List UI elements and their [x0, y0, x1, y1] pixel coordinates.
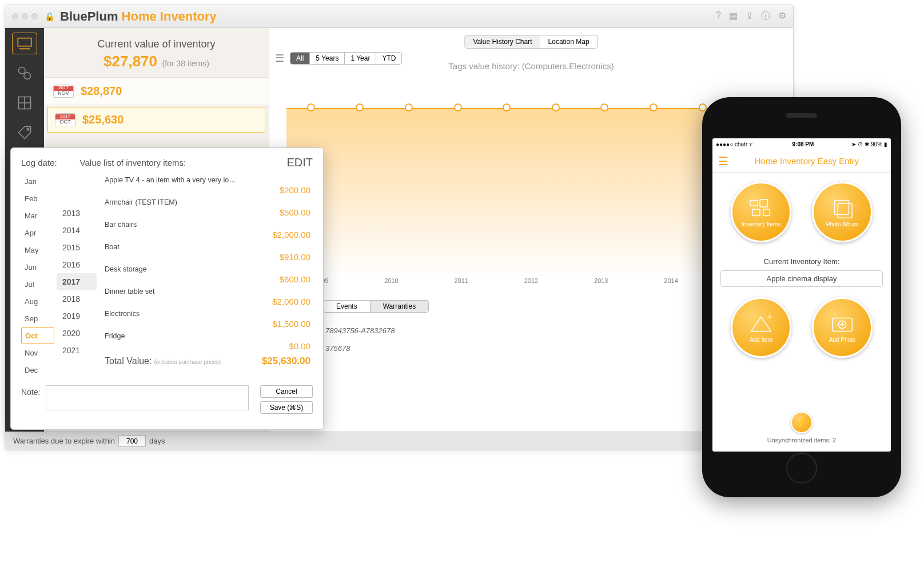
bubble-photo-album[interactable]: Photo Album [812, 182, 873, 242]
item-name: Dinner table set [105, 288, 236, 296]
lock-icon: 🔒 [45, 12, 54, 21]
month-jun[interactable]: Jun [21, 258, 54, 275]
year-2017[interactable]: 2017 [57, 273, 97, 290]
year-2016[interactable]: 2016 [57, 256, 97, 273]
detail-tabs[interactable]: Events Warranties [323, 300, 429, 313]
month-mar[interactable]: Mar [21, 207, 54, 224]
month-nov[interactable]: Nov [21, 344, 54, 361]
tab-chart[interactable]: Value History Chart [465, 35, 540, 48]
item-row[interactable]: Armchair (TEST ITEM)$500.00 [102, 195, 313, 217]
year-2019[interactable]: 2019 [57, 308, 97, 325]
month-jul[interactable]: Jul [21, 275, 54, 293]
items-list: Apple TV 4 - an item with a very very lo… [102, 173, 313, 351]
gear-icon[interactable]: ⚙ [778, 10, 786, 22]
zoom-dot[interactable] [31, 13, 38, 19]
log-popover: Log date: Value list of inventory items:… [10, 147, 324, 430]
total-value: $25,630.00 [262, 356, 310, 367]
warranty-days-input[interactable] [118, 436, 146, 447]
year-2018[interactable]: 2018 [57, 290, 97, 308]
svg-rect-10 [838, 203, 852, 218]
document-icon[interactable]: ▤ [729, 10, 738, 22]
help-icon[interactable]: ? [716, 10, 721, 22]
year-2020[interactable]: 2020 [57, 325, 97, 342]
save-button[interactable]: Save (⌘S) [260, 401, 313, 414]
svg-rect-7 [752, 209, 760, 216]
phone-title: Home Inventory Easy Entry [728, 156, 885, 166]
month-feb[interactable]: Feb [21, 190, 54, 207]
app-title: BluePlum Home Inventory [60, 9, 217, 24]
current-value-sub: (for 38 items) [162, 59, 209, 68]
history-row-oct[interactable]: 2017OCT $25,630 [47, 107, 265, 133]
item-row[interactable]: Dinner table set$2,000.00 [102, 284, 313, 306]
chart-menu-icon[interactable]: ☰ [275, 52, 284, 65]
minimize-dot[interactable] [22, 13, 28, 19]
range-segment[interactable]: All 5 Years 1 Year YTD [290, 52, 402, 65]
item-row[interactable]: Fridge$0.00 [102, 329, 313, 351]
year-2014[interactable]: 2014 [57, 222, 97, 239]
current-value-label: Current value of inventory [50, 38, 263, 50]
svg-point-2 [24, 73, 31, 79]
item-row[interactable]: Bar chairs$2,000.00 [102, 217, 313, 239]
item-price: $2,000.00 [105, 297, 310, 306]
item-name: Electronics [105, 310, 236, 318]
item-row[interactable]: Electronics$1,500.00 [102, 306, 313, 329]
note-textarea[interactable] [46, 385, 249, 410]
year-2015[interactable]: 2015 [57, 239, 97, 256]
current-item-value[interactable]: Apple cinema display [720, 270, 883, 287]
years-column: 201320142015201620172018201920202021 [57, 173, 97, 382]
months-column: JanFebMarAprMayJunJulAugSepOctNovDec [21, 173, 54, 382]
item-price: $600.00 [105, 274, 310, 284]
chart-points [286, 103, 776, 111]
month-jan[interactable]: Jan [21, 173, 54, 190]
statusbar-post: days [149, 437, 165, 445]
sidebar-rooms[interactable] [12, 92, 37, 114]
month-may[interactable]: May [21, 241, 54, 258]
bubble-inventory-items[interactable]: Inventory Items [731, 182, 791, 242]
month-apr[interactable]: Apr [21, 224, 54, 241]
sidebar-dashboard[interactable] [12, 33, 37, 54]
year-2013[interactable]: 2013 [57, 205, 97, 222]
year-2021[interactable]: 2021 [57, 342, 97, 359]
phone-statusbar: ●●●●○ chatr ᯤ 9:08 PM ➤ ⏱ ✱ 90% ▮ [712, 138, 891, 150]
view-toggle[interactable]: Value History Chart Location Map [464, 35, 598, 49]
tab-map[interactable]: Location Map [540, 35, 598, 48]
svg-rect-8 [763, 209, 770, 216]
item-name: Desk storage [105, 265, 236, 273]
tab-warranties[interactable]: Warranties [371, 301, 429, 312]
svg-point-1 [19, 67, 26, 74]
sidebar-items[interactable] [12, 62, 37, 84]
item-name: Boat [105, 243, 236, 251]
month-oct[interactable]: Oct [21, 327, 54, 344]
value-list-label: Value list of inventory items: [80, 158, 186, 167]
item-row[interactable]: Apple TV 4 - an item with a very very lo… [102, 173, 313, 195]
item-row[interactable]: Boat$910.00 [102, 239, 313, 262]
item-name: Bar chairs [105, 221, 236, 229]
sidebar-tags[interactable] [12, 122, 37, 143]
range-ytd[interactable]: YTD [376, 53, 401, 64]
current-value-amount: $27,870 [103, 53, 157, 70]
share-icon[interactable]: ⇪ [746, 10, 753, 22]
unsynced-label: Unsynchronized items: 2 [720, 437, 883, 444]
detail-rows: 78943756-A7832678 375678 [325, 322, 395, 357]
info-icon[interactable]: ⓘ [761, 10, 770, 22]
total-hint: (includes purchase prices) [154, 359, 221, 365]
statusbar: Warranties due to expire within days [5, 432, 793, 450]
window-controls[interactable] [12, 13, 38, 19]
edit-button[interactable]: EDIT [286, 156, 313, 169]
history-row-nov[interactable]: 2017NOV $28,870 [44, 77, 269, 105]
bubble-add-item[interactable]: Add Item [731, 297, 791, 358]
month-aug[interactable]: Aug [21, 293, 54, 310]
month-sep[interactable]: Sep [21, 310, 54, 327]
phone-mock: ●●●●○ chatr ᯤ 9:08 PM ➤ ⏱ ✱ 90% ▮ ☰ Home… [702, 97, 901, 497]
month-dec[interactable]: Dec [21, 361, 54, 378]
close-dot[interactable] [12, 13, 18, 19]
range-1y[interactable]: 1 Year [345, 53, 376, 64]
bubble-add-photo[interactable]: Add Photo [812, 297, 873, 358]
cancel-button[interactable]: Cancel [260, 385, 313, 398]
sync-icon[interactable]: ⚡ [791, 412, 813, 433]
item-row[interactable]: Desk storage$600.00 [102, 262, 313, 284]
phone-menu-icon[interactable]: ☰ [718, 154, 728, 168]
range-5y[interactable]: 5 Years [310, 53, 345, 64]
range-all[interactable]: All [290, 53, 310, 64]
tab-events[interactable]: Events [324, 301, 371, 312]
